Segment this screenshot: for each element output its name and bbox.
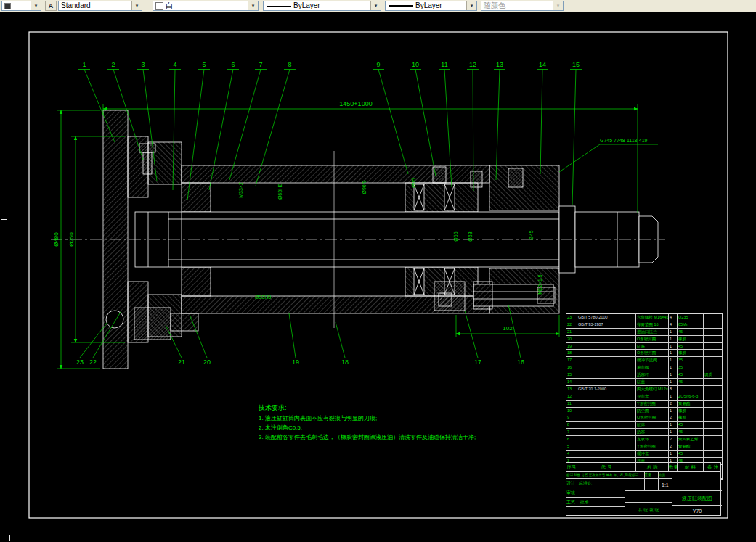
leader-line — [84, 70, 115, 143]
parts-list-cell: 聚四氟乙烯 — [678, 436, 704, 443]
parts-list-cell — [577, 451, 636, 457]
dimstyle-combo[interactable]: ▾ — [1, 1, 41, 11]
parts-list-cell: 45 — [678, 429, 704, 435]
parts-list-cell: Y形密封圈 — [636, 443, 669, 450]
callout-number: 6 — [231, 61, 235, 68]
callout-number: 8 — [288, 61, 291, 68]
parts-list-cell: O形密封圈 — [636, 336, 669, 342]
parts-list-cell: GB/T 5780-2000 — [577, 314, 636, 321]
leader-line — [496, 70, 500, 181]
chevron-down-icon: ▾ — [553, 1, 563, 10]
chevron-down-icon[interactable]: ▾ — [466, 1, 476, 10]
parts-list-cell: 1 — [669, 408, 678, 414]
parts-list-cell: GB/T 70.1-2000 — [577, 386, 636, 393]
parts-list-row: 13GB/T 70.1-2000内六角螺钉 M12×358 — [566, 386, 722, 393]
parts-list-cell: 调质 — [704, 371, 722, 378]
parts-list-row: 19缸底145 — [566, 343, 722, 350]
parts-list-cell — [704, 393, 722, 400]
parts-list-cell: 4 — [566, 451, 577, 457]
parts-list-cell: 进油口法兰 — [636, 329, 669, 335]
parts-list-cell — [704, 364, 722, 371]
parts-list-cell: 缸底 — [636, 343, 669, 350]
parts-list-cell: 1 — [669, 364, 678, 371]
parts-list-cell: 缓冲套 — [636, 451, 669, 457]
callout-number: 4 — [173, 61, 176, 68]
parts-list-row: 17缓冲节流阀135 — [566, 357, 722, 364]
text-style-button[interactable]: A — [45, 1, 57, 11]
parts-list-cell: 橡胶 — [678, 414, 704, 421]
parts-list-row: 12导向套1ZQSn6-6-3 — [566, 393, 722, 401]
dimstyle-icon — [4, 3, 11, 9]
callout-number: 23 — [76, 358, 84, 366]
parts-list-row: 8缸体145 — [566, 422, 722, 429]
parts-list-cell — [704, 401, 722, 407]
color-swatch-white-icon — [155, 2, 163, 10]
chevron-down-icon[interactable]: ▾ — [31, 1, 41, 10]
leader-line — [572, 70, 576, 206]
detail-dimension-text: Ø63H8 — [277, 184, 283, 200]
autocad-window: { "toolbar": { "dim_value": "", "text_st… — [0, 0, 756, 542]
parts-list-cell: O形密封圈 — [636, 414, 669, 421]
parts-list-cell: 11 — [566, 401, 577, 407]
parts-list-cell — [577, 401, 636, 407]
parts-list-row: 21进油口法兰145 — [566, 329, 722, 336]
parts-list-cell: 13 — [566, 386, 577, 393]
parts-list-cell: 45 — [678, 343, 704, 350]
parts-list-cell — [577, 436, 636, 443]
leader-line — [190, 316, 207, 358]
parts-list-cell: 12 — [566, 393, 577, 400]
parts-list-row: 6支承环2聚四氟乙烯 — [566, 436, 722, 443]
parts-list-cell: 4 — [669, 314, 678, 321]
parts-list-cell: 1 — [669, 422, 678, 428]
parts-list-cell: 15 — [566, 371, 577, 378]
parts-list-cell: 支承环 — [636, 436, 669, 443]
parts-list-cell: ZQSn6-6-3 — [678, 393, 704, 400]
parts-list-cell: 10 — [566, 408, 577, 414]
parts-list-cell: 8 — [566, 422, 577, 428]
callout-number: 21 — [178, 358, 185, 366]
leader-line — [229, 70, 261, 181]
parts-list-cell: 1 — [669, 393, 678, 400]
parts-list-cell: Q235 — [678, 314, 704, 321]
parts-list-cell: Y形密封圈 — [636, 401, 669, 407]
parts-list-cell: 65Mn — [678, 321, 704, 328]
parts-list-header-cell: 名 称 — [636, 463, 669, 471]
text-style-combo[interactable]: Standard ▾ — [58, 1, 142, 11]
parts-list-cell — [704, 321, 722, 328]
leader-line — [465, 311, 478, 358]
chevron-down-icon[interactable]: ▾ — [131, 1, 142, 10]
parts-list-header-cell: 数量 — [669, 463, 678, 471]
parts-list-cell: 防尘圈 — [636, 408, 669, 414]
parts-list-cell: 活塞杆 — [636, 371, 669, 378]
parts-list-cell: 2 — [669, 414, 678, 421]
parts-list-row: 23GB/T 5780-2000六角螺栓 M16×454Q235 — [566, 314, 722, 321]
parts-list-cell: 单向阀 — [636, 364, 669, 371]
detail-dimension-text: Ø90f9 — [362, 180, 367, 194]
parts-list-cell — [577, 422, 636, 428]
plotstyle-combo: 随颜色 ▾ — [481, 1, 564, 11]
parts-list-cell — [577, 429, 636, 435]
parts-list-cell: GB/T 93-1987 — [577, 321, 636, 328]
parts-list-cell — [704, 336, 722, 342]
parts-list-cell: 5 — [566, 443, 577, 450]
parts-list-cell — [577, 371, 636, 378]
parts-list-cell: 缸体 — [636, 422, 669, 428]
leader-line — [415, 70, 436, 177]
chevron-down-icon[interactable]: ▾ — [248, 1, 258, 10]
linetype-combo[interactable]: ByLayer ▾ — [263, 1, 381, 11]
parts-list-cell: 1 — [669, 350, 678, 356]
parts-list-cell: 45 — [678, 379, 704, 385]
parts-list-cell: 弹簧垫圈 16 — [636, 321, 669, 328]
parts-list-cell — [577, 336, 636, 342]
callout-number: 16 — [517, 358, 524, 366]
parts-list-cell: 橡胶 — [678, 336, 704, 342]
color-control-combo[interactable]: 白 ▾ — [153, 1, 259, 11]
overall-dimension-text: 1450+1000 — [339, 100, 372, 107]
lineweight-combo[interactable]: ByLayer ▾ — [385, 1, 477, 11]
linetype-value: ByLayer — [291, 1, 370, 10]
leader-line — [540, 70, 542, 175]
parts-list-cell: 活塞 — [636, 429, 669, 435]
parts-list-cell: 18 — [566, 350, 577, 356]
callout-number: 14 — [539, 61, 546, 68]
chevron-down-icon[interactable]: ▾ — [370, 1, 381, 10]
